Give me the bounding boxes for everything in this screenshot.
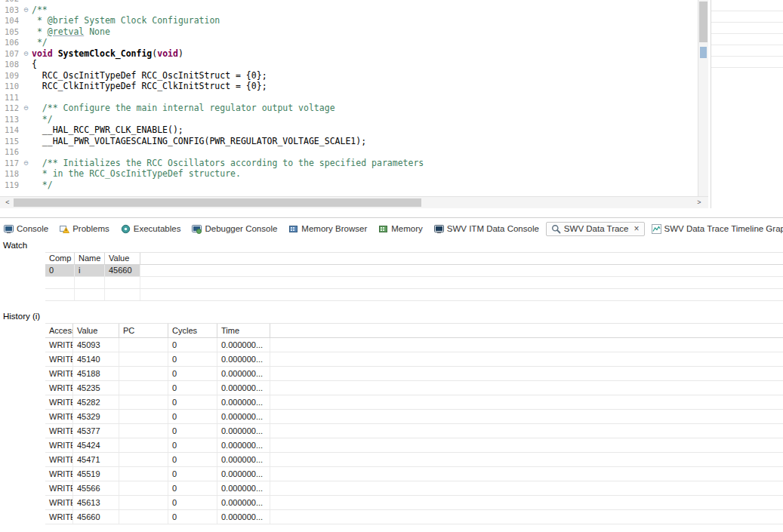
watch-row[interactable] [45, 289, 783, 301]
fold-gutter [20, 26, 32, 38]
code-line[interactable]: 103/** [0, 5, 698, 16]
side-panel-row [711, 57, 783, 68]
cell: 45424 [73, 438, 119, 452]
watch-row[interactable] [45, 277, 783, 289]
cell [75, 277, 105, 288]
column-header-cycles[interactable]: Cycles [168, 324, 217, 337]
code-line[interactable]: 109 RCC_OscInitTypeDef RCC_OscInitStruct… [0, 70, 698, 81]
column-header-name[interactable]: Name [75, 253, 105, 264]
tab-console[interactable]: Console [4, 224, 48, 234]
cell: 45471 [73, 453, 119, 466]
history-row[interactable]: WRITE4532900.000000... [45, 410, 783, 424]
cell [119, 467, 168, 481]
scroll-left-icon[interactable]: < [2, 197, 14, 208]
column-header-comp[interactable]: Comp [45, 253, 75, 264]
tab-problems[interactable]: Problems [60, 224, 109, 234]
line-number: 108 [0, 59, 20, 70]
code-text: * @retval None [32, 26, 698, 38]
code-editor[interactable]: 102103/**104 * @brief System Clock Confi… [0, 0, 708, 208]
code-line[interactable]: 111 [0, 92, 698, 103]
scroll-right-icon[interactable]: > [693, 197, 705, 208]
line-number: 116 [0, 146, 20, 158]
fold-collapse-icon[interactable] [20, 48, 32, 60]
history-row[interactable]: WRITE4509300.000000... [45, 338, 783, 352]
line-number: 109 [0, 70, 20, 81]
cell [105, 289, 140, 300]
row-filler [270, 352, 783, 366]
cell: 0.000000... [217, 438, 270, 452]
editor-vertical-scrollbar[interactable] [698, 0, 708, 196]
data-trace-icon [551, 224, 561, 234]
column-header-pc[interactable]: PC [119, 324, 168, 337]
code-line[interactable]: 112 /** Configure the main internal regu… [0, 103, 698, 114]
history-row[interactable]: WRITE4537700.000000... [45, 424, 783, 438]
history-table: AccessValuePCCyclesTimeWRITE4509300.0000… [45, 323, 783, 524]
tab-debugger-console[interactable]: Debugger Console [192, 224, 277, 234]
code-line[interactable]: 114 __HAL_RCC_PWR_CLK_ENABLE(); [0, 125, 698, 136]
code-line[interactable]: 117 /** Initializes the RCC Oscillators … [0, 158, 698, 169]
fold-collapse-icon[interactable] [20, 103, 32, 114]
history-row[interactable]: WRITE4518800.000000... [45, 367, 783, 381]
cell: i [75, 265, 105, 276]
fold-gutter [20, 92, 32, 103]
code-viewport[interactable]: 102103/**104 * @brief System Clock Confi… [0, 0, 698, 196]
history-row[interactable]: WRITE4551900.000000... [45, 467, 783, 481]
fold-collapse-icon[interactable] [20, 158, 32, 169]
column-header-value[interactable]: Value [105, 253, 140, 264]
code-line[interactable]: 119 */ [0, 180, 698, 191]
code-line[interactable]: 115 __HAL_PWR_VOLTAGESCALING_CONFIG(PWR_… [0, 136, 698, 147]
side-panel-row [711, 34, 783, 45]
code-line[interactable]: 113 */ [0, 114, 698, 125]
cell [119, 352, 168, 366]
history-row[interactable]: WRITE4556600.000000... [45, 481, 783, 496]
code-line[interactable]: 104 * @brief System Clock Configuration [0, 15, 698, 26]
column-header-access[interactable]: Access [45, 324, 73, 337]
tab-swv-data-trace[interactable]: SWV Data Trace× [546, 222, 645, 236]
history-row[interactable]: WRITE4523500.000000... [45, 381, 783, 395]
tab-swv-itm-data-console[interactable]: SWV ITM Data Console [434, 224, 539, 234]
memory-browser-icon [288, 224, 298, 234]
history-row[interactable]: WRITE4528200.000000... [45, 395, 783, 410]
fold-collapse-icon[interactable] [20, 5, 32, 16]
console-tab-bar: ConsoleProblemsExecutablesDebugger Conso… [0, 218, 783, 239]
history-row[interactable]: WRITE4542400.000000... [45, 438, 783, 453]
tab-executables[interactable]: Executables [121, 224, 181, 234]
cell: WRITE [45, 481, 73, 495]
code-text: * @brief System Clock Configuration [32, 15, 698, 26]
history-row[interactable]: WRITE4514000.000000... [45, 352, 783, 367]
row-filler [140, 289, 783, 300]
fold-gutter [20, 180, 32, 191]
history-row[interactable]: WRITE4566000.000000... [45, 510, 783, 524]
code-line[interactable]: 106 */ [0, 37, 698, 48]
tab-memory[interactable]: Memory [378, 224, 423, 234]
column-header-time[interactable]: Time [217, 324, 270, 337]
code-line[interactable]: 110 RCC_ClkInitTypeDef RCC_ClkInitStruct… [0, 81, 698, 92]
code-line[interactable]: 108{ [0, 59, 698, 70]
cell [45, 289, 75, 300]
cell: WRITE [45, 352, 73, 366]
history-row[interactable]: WRITE4547100.000000... [45, 453, 783, 467]
watch-row[interactable]: 0i45660 [45, 265, 783, 277]
cell: 0.000000... [217, 367, 270, 380]
column-header-value[interactable]: Value [73, 324, 119, 337]
cell: 45660 [105, 265, 140, 276]
cell: 0 [168, 438, 217, 452]
vertical-scrollbar-thumb[interactable] [699, 2, 707, 42]
code-line[interactable]: 105 * @retval None [0, 26, 698, 38]
close-icon[interactable]: × [634, 224, 640, 233]
cell: 0 [168, 338, 217, 352]
cell: 0 [168, 510, 217, 524]
code-line[interactable]: 116 [0, 146, 698, 158]
code-line[interactable]: 118 * in the RCC_OscInitTypeDef structur… [0, 168, 698, 180]
tab-memory-browser[interactable]: Memory Browser [288, 224, 367, 234]
row-filler [270, 467, 783, 481]
side-panel [711, 0, 783, 208]
line-number: 103 [0, 5, 20, 16]
history-row[interactable]: WRITE4561300.000000... [45, 496, 783, 510]
horizontal-scrollbar-thumb[interactable] [14, 198, 421, 207]
tab-swv-data-trace-timeline-graph[interactable]: SWV Data Trace Timeline Graph [652, 224, 783, 234]
code-line[interactable]: 107void SystemClock_Config(void) [0, 48, 698, 60]
editor-horizontal-scrollbar[interactable]: < > [0, 196, 708, 208]
cell: 45282 [73, 395, 119, 409]
annotation-mark [700, 47, 707, 58]
